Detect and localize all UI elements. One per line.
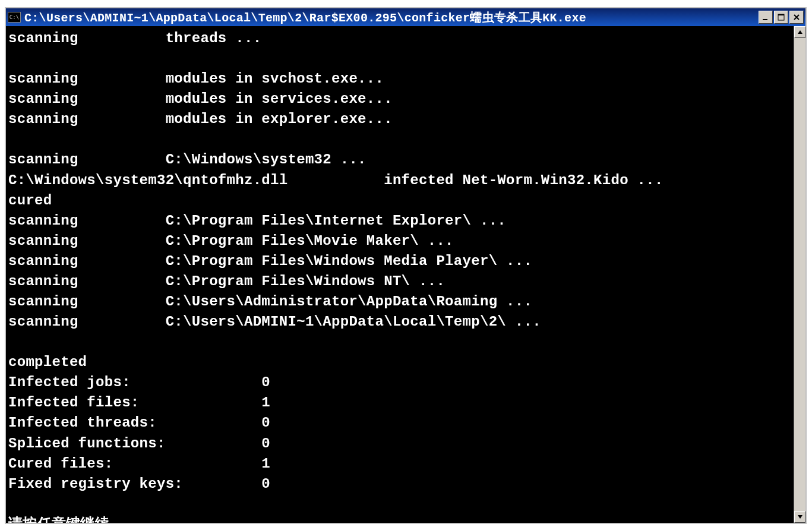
- app-icon: C:\: [8, 12, 21, 23]
- content-row: scanning threads ... scanning modules in…: [6, 26, 805, 523]
- scroll-up-button[interactable]: [794, 26, 805, 38]
- svg-rect-0: [763, 19, 767, 20]
- terminal-output: scanning threads ... scanning modules in…: [6, 26, 794, 523]
- scrollbar-track[interactable]: [794, 38, 805, 511]
- minimize-button[interactable]: [759, 11, 773, 24]
- svg-rect-2: [778, 14, 784, 15]
- titlebar[interactable]: C:\ C:\Users\ADMINI~1\AppData\Local\Temp…: [6, 8, 805, 26]
- scroll-down-button[interactable]: [794, 511, 805, 523]
- vertical-scrollbar[interactable]: [794, 26, 805, 523]
- window-controls: [759, 11, 804, 24]
- console-window: C:\ C:\Users\ADMINI~1\AppData\Local\Temp…: [5, 7, 807, 524]
- maximize-button[interactable]: [774, 11, 788, 24]
- window-title: C:\Users\ADMINI~1\AppData\Local\Temp\2\R…: [24, 10, 759, 26]
- close-button[interactable]: [789, 11, 804, 24]
